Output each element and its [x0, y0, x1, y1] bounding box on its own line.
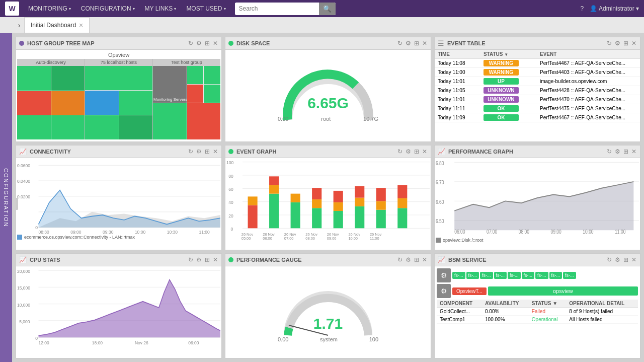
- close-icon[interactable]: ✕: [212, 148, 218, 156]
- event-table-row[interactable]: Today 11:01 UNKNOWN PerfTest4470 :: AEF-…: [435, 95, 640, 104]
- bsm-tag[interactable]: fs-...: [563, 272, 576, 279]
- link-icon[interactable]: ⊞: [204, 39, 210, 47]
- refresh-icon[interactable]: ↻: [188, 148, 194, 156]
- refresh-icon[interactable]: ↻: [397, 256, 403, 264]
- app-logo[interactable]: W: [5, 2, 19, 16]
- chevron-down-icon: ▾: [69, 7, 71, 11]
- event-time: Today 11:08: [435, 59, 480, 68]
- help-icon[interactable]: ?: [581, 5, 584, 12]
- svg-rect-30: [248, 196, 258, 205]
- svg-text:15,000: 15,000: [17, 285, 30, 291]
- refresh-icon[interactable]: ↻: [397, 148, 403, 156]
- search-input[interactable]: [235, 3, 319, 14]
- bsm-settings-icon-1[interactable]: ⚙: [437, 268, 451, 282]
- svg-rect-38: [312, 199, 321, 208]
- scroll-left-arrow[interactable]: ‹: [16, 198, 18, 210]
- close-icon[interactable]: ✕: [631, 148, 637, 156]
- event-table-row[interactable]: Today 11:05 UNKNOWN PerfTest4428 :: AEF-…: [435, 86, 640, 95]
- link-icon[interactable]: ⊞: [204, 148, 210, 156]
- svg-text:100: 100: [226, 160, 233, 165]
- refresh-icon[interactable]: ↻: [606, 256, 612, 264]
- widget-controls-connectivity: ↻ ⚙ ⊞ ✕: [188, 148, 218, 156]
- col-status[interactable]: STATUS ▼: [480, 50, 537, 59]
- event-table-row[interactable]: Today 11:11 OK PerfTest4475 :: AEF-QA-Se…: [435, 104, 640, 113]
- gear-icon[interactable]: ⚙: [196, 148, 202, 156]
- close-icon[interactable]: ✕: [422, 39, 428, 47]
- nav-mylinks[interactable]: MY LINKS ▾: [141, 3, 181, 14]
- link-icon[interactable]: ⊞: [414, 256, 420, 264]
- bsm-table: COMPONENT AVAILABILITY STATUS ▼ OPERATIO…: [437, 300, 638, 324]
- close-icon[interactable]: ✕: [631, 256, 637, 264]
- widget-title-perfgauge: PERFORMANCE GAUGE: [236, 257, 394, 263]
- perfgauge-label: system: [320, 336, 338, 342]
- tab-close-icon[interactable]: ×: [79, 22, 83, 29]
- close-icon[interactable]: ✕: [212, 39, 218, 47]
- event-table-row[interactable]: Today 11:08 WARNING PerfTest4467 :: AEF-…: [435, 59, 640, 68]
- bsm-tag[interactable]: fs-...: [522, 272, 535, 279]
- refresh-icon[interactable]: ↻: [606, 39, 612, 47]
- widget-title-perfgraph: PERFORMANCE GRAPH: [448, 149, 603, 155]
- link-icon[interactable]: ⊞: [414, 148, 420, 156]
- svg-text:5,000: 5,000: [19, 319, 30, 324]
- gear-icon[interactable]: ⚙: [196, 256, 202, 264]
- svg-text:Nov 26: Nov 26: [135, 340, 148, 345]
- close-icon[interactable]: ✕: [422, 148, 428, 156]
- bsm-opsview-tag[interactable]: OpsviewT...: [452, 287, 487, 295]
- eventgraph-icon: [228, 149, 233, 154]
- gear-icon[interactable]: ⚙: [196, 39, 202, 47]
- gear-icon[interactable]: ⚙: [405, 256, 412, 264]
- bsm-col-status[interactable]: STATUS ▼: [529, 300, 566, 308]
- refresh-icon[interactable]: ↻: [397, 39, 403, 47]
- event-text: PerfTest4470 :: AEF-QA-ServiceChe...: [537, 95, 640, 104]
- refresh-icon[interactable]: ↻: [606, 148, 612, 156]
- search-button[interactable]: 🔍: [319, 3, 336, 15]
- side-config-panel[interactable]: CONFIGURATION: [0, 33, 12, 362]
- bsm-tag[interactable]: fs-...: [480, 272, 493, 279]
- tm-t4: [187, 103, 221, 140]
- svg-text:08:00: 08:00: [305, 236, 315, 240]
- link-icon[interactable]: ⊞: [623, 148, 629, 156]
- event-table-row[interactable]: Today 11:00 WARNING PerfTest4403 :: AEF-…: [435, 68, 640, 77]
- refresh-icon[interactable]: ↻: [188, 39, 194, 47]
- bsm-detail: All Hosts failed: [566, 316, 638, 324]
- nav-monitoring[interactable]: MONITORING ▾: [24, 3, 75, 14]
- link-icon[interactable]: ⊞: [623, 39, 629, 47]
- bsm-tag[interactable]: fs-...: [466, 272, 479, 279]
- link-icon[interactable]: ⊞: [204, 256, 210, 264]
- gear-icon[interactable]: ⚙: [614, 39, 621, 47]
- svg-text:08:00: 08:00: [519, 229, 529, 235]
- event-table-row[interactable]: Today 11:09 OK PerfTest4467 :: AEF-QA-Se…: [435, 113, 640, 122]
- link-icon[interactable]: ⊞: [623, 256, 629, 264]
- event-table-row[interactable]: Today 11:01 UP image-builder.os.opsview.…: [435, 77, 640, 86]
- bsm-tag[interactable]: fs-...: [494, 272, 507, 279]
- svg-text:11:00: 11:00: [199, 229, 209, 234]
- close-icon[interactable]: ✕: [422, 256, 428, 264]
- bsm-tag[interactable]: fs-...: [535, 272, 548, 279]
- bsm-tag[interactable]: fs-...: [549, 272, 562, 279]
- gear-icon[interactable]: ⚙: [405, 39, 412, 47]
- gear-icon[interactable]: ⚙: [614, 256, 621, 264]
- col-time: TIME: [435, 50, 480, 59]
- link-icon[interactable]: ⊞: [414, 39, 420, 47]
- treemap-auto-col: Auto-discovery: [17, 59, 85, 139]
- bsm-settings-icon-2[interactable]: ⚙: [437, 284, 451, 298]
- gear-icon[interactable]: ⚙: [614, 148, 621, 156]
- nav-configuration[interactable]: CONFIGURATION ▾: [77, 3, 139, 14]
- close-icon[interactable]: ✕: [631, 39, 637, 47]
- tab-initial-dashboard[interactable]: Initial Dashboard ×: [24, 17, 90, 33]
- svg-rect-40: [334, 211, 343, 228]
- widget-title-bsm: BSM SERVICE: [448, 257, 603, 263]
- refresh-icon[interactable]: ↻: [188, 256, 194, 264]
- tab-expand-icon[interactable]: ›: [14, 17, 24, 33]
- svg-rect-45: [355, 186, 364, 198]
- user-menu[interactable]: 👤 Administrator ▾: [590, 5, 639, 12]
- perfgauge-icon: [228, 257, 233, 262]
- gear-icon[interactable]: ⚙: [405, 148, 412, 156]
- event-time: Today 11:05: [435, 86, 480, 95]
- bsm-tag[interactable]: fs-...: [508, 272, 521, 279]
- nav-mostused[interactable]: MOST USED ▾: [182, 3, 229, 14]
- bsm-tag[interactable]: fs-...: [452, 272, 465, 279]
- widget-controls-eventgraph: ↻ ⚙ ⊞ ✕: [397, 148, 428, 156]
- widget-cpu-stats: 📈 CPU STATS ↻ ⚙ ⊞ ✕ 20,000 15,000: [16, 253, 222, 358]
- close-icon[interactable]: ✕: [212, 256, 218, 264]
